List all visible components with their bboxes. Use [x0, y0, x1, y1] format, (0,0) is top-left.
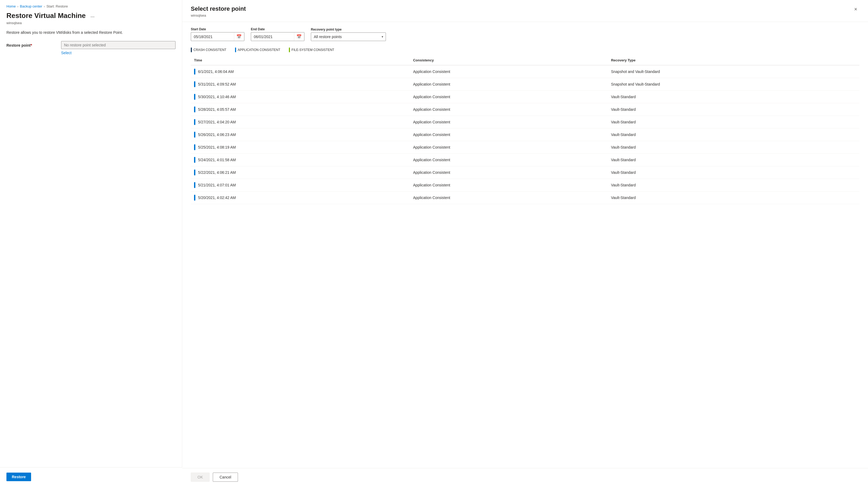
- required-indicator: *: [31, 43, 32, 48]
- cell-time: 5/30/2021, 4:10:46 AM: [191, 91, 410, 103]
- cell-time: 5/20/2021, 4:02:42 AM: [191, 192, 410, 204]
- cell-recovery-type: Vault-Standard: [608, 192, 860, 204]
- start-date-input[interactable]: [191, 33, 234, 40]
- table-header: Time Consistency Recovery Type: [191, 56, 860, 65]
- time-text: 5/22/2021, 4:06:21 AM: [198, 170, 236, 175]
- cell-recovery-type: Snapshot and Vault-Standard: [608, 65, 860, 78]
- col-recovery-type: Recovery Type: [608, 56, 860, 65]
- table-row[interactable]: 5/22/2021, 4:06:21 AMApplication Consist…: [191, 166, 860, 179]
- ok-button[interactable]: OK: [191, 473, 210, 482]
- cell-consistency: Application Consistent: [410, 166, 608, 179]
- end-date-input-wrap: 📅: [251, 32, 304, 41]
- breadcrumb-sep2: ›: [44, 5, 45, 8]
- row-indicator-bar: [194, 81, 195, 87]
- recovery-type-select-wrap: All restore points Crash Consistent Appl…: [311, 32, 386, 41]
- cell-recovery-type: Vault-Standard: [608, 128, 860, 141]
- recovery-type-filter: Recovery point type All restore points C…: [311, 28, 386, 41]
- cell-time: 5/27/2021, 4:04:20 AM: [191, 116, 410, 128]
- page-title-row: Restore Virtual Machine ...: [0, 10, 182, 20]
- breadcrumb: Home › Backup center › Start: Restore: [0, 0, 182, 10]
- start-date-input-wrap: 📅: [191, 32, 244, 41]
- row-indicator-bar: [194, 69, 195, 75]
- breadcrumb-current: Start: Restore: [46, 4, 68, 8]
- row-indicator-bar: [194, 182, 195, 188]
- col-consistency: Consistency: [410, 56, 608, 65]
- modal-title-group: Select restore point winsqlsea: [191, 5, 246, 18]
- bottom-bar: Restore: [0, 467, 182, 486]
- cell-consistency: Application Consistent: [410, 65, 608, 78]
- end-date-filter: End Date 📅: [251, 27, 304, 41]
- row-indicator-bar: [194, 195, 195, 201]
- cell-consistency: Application Consistent: [410, 128, 608, 141]
- select-link[interactable]: Select: [61, 51, 176, 55]
- start-date-label: Start Date: [191, 27, 244, 31]
- cell-recovery-type: Vault-Standard: [608, 154, 860, 166]
- cell-time: 5/25/2021, 4:08:19 AM: [191, 141, 410, 154]
- cell-recovery-type: Vault-Standard: [608, 103, 860, 116]
- page-title: Restore Virtual Machine: [6, 11, 86, 20]
- legend-app-consistent: APPLICATION CONSISTENT: [235, 48, 280, 52]
- cell-consistency: Application Consistent: [410, 103, 608, 116]
- modal-close-button[interactable]: ×: [852, 5, 860, 13]
- left-panel: Home › Backup center › Start: Restore Re…: [0, 0, 182, 486]
- table-row[interactable]: 6/1/2021, 4:06:04 AMApplication Consiste…: [191, 65, 860, 78]
- cancel-button[interactable]: Cancel: [213, 473, 238, 482]
- cell-consistency: Application Consistent: [410, 154, 608, 166]
- time-text: 5/31/2021, 4:09:52 AM: [198, 82, 236, 86]
- cell-time: 5/26/2021, 4:06:23 AM: [191, 128, 410, 141]
- time-text: 5/21/2021, 4:07:01 AM: [198, 183, 236, 187]
- legend-fs-consistent: FILE-SYSTEM CONSISTENT: [289, 48, 334, 52]
- cell-time: 5/21/2021, 4:07:01 AM: [191, 179, 410, 192]
- restore-points-table-wrap: Time Consistency Recovery Type 6/1/2021,…: [182, 56, 868, 468]
- time-text: 5/27/2021, 4:04:20 AM: [198, 120, 236, 124]
- modal-vm-subtitle: winsqlsea: [191, 13, 246, 18]
- breadcrumb-home[interactable]: Home: [6, 4, 16, 8]
- more-options-button[interactable]: ...: [89, 12, 96, 19]
- modal-filters: Start Date 📅 End Date 📅 Recovery point t…: [182, 22, 868, 47]
- table-row[interactable]: 5/21/2021, 4:07:01 AMApplication Consist…: [191, 179, 860, 192]
- row-indicator-bar: [194, 170, 195, 175]
- end-date-calendar-button[interactable]: 📅: [294, 32, 304, 41]
- table-row[interactable]: 5/31/2021, 4:09:52 AMApplication Consist…: [191, 78, 860, 91]
- cell-recovery-type: Vault-Standard: [608, 116, 860, 128]
- crash-consistent-label: CRASH CONSISTENT: [193, 48, 226, 52]
- start-date-calendar-button[interactable]: 📅: [234, 32, 244, 41]
- recovery-type-select[interactable]: All restore points Crash Consistent Appl…: [311, 32, 386, 41]
- restore-point-input[interactable]: [61, 41, 176, 49]
- cell-consistency: Application Consistent: [410, 179, 608, 192]
- table-body: 6/1/2021, 4:06:04 AMApplication Consiste…: [191, 65, 860, 204]
- table-row[interactable]: 5/27/2021, 4:04:20 AMApplication Consist…: [191, 116, 860, 128]
- table-row[interactable]: 5/26/2021, 4:06:23 AMApplication Consist…: [191, 128, 860, 141]
- col-time: Time: [191, 56, 410, 65]
- table-row[interactable]: 5/28/2021, 4:05:57 AMApplication Consist…: [191, 103, 860, 116]
- description-text: Restore allows you to restore VM/disks f…: [0, 30, 182, 41]
- row-indicator-bar: [194, 107, 195, 112]
- time-text: 5/26/2021, 4:06:23 AM: [198, 133, 236, 137]
- fs-consistent-label: FILE-SYSTEM CONSISTENT: [291, 48, 334, 52]
- restore-point-label: Restore point*: [6, 41, 55, 48]
- cell-time: 5/24/2021, 4:01:58 AM: [191, 154, 410, 166]
- cell-consistency: Application Consistent: [410, 141, 608, 154]
- restore-points-table: Time Consistency Recovery Type 6/1/2021,…: [191, 56, 860, 204]
- table-row[interactable]: 5/25/2021, 4:08:19 AMApplication Consist…: [191, 141, 860, 154]
- end-date-label: End Date: [251, 27, 304, 31]
- time-text: 6/1/2021, 4:06:04 AM: [198, 69, 234, 74]
- end-date-input[interactable]: [251, 33, 294, 40]
- cell-consistency: Application Consistent: [410, 78, 608, 91]
- table-row[interactable]: 5/20/2021, 4:02:42 AMApplication Consist…: [191, 192, 860, 204]
- time-text: 5/30/2021, 4:10:46 AM: [198, 95, 236, 99]
- row-indicator-bar: [194, 119, 195, 125]
- table-row[interactable]: 5/24/2021, 4:01:58 AMApplication Consist…: [191, 154, 860, 166]
- cell-consistency: Application Consistent: [410, 91, 608, 103]
- row-indicator-bar: [194, 157, 195, 163]
- cell-recovery-type: Vault-Standard: [608, 91, 860, 103]
- recovery-type-label: Recovery point type: [311, 28, 386, 31]
- cell-recovery-type: Snapshot and Vault-Standard: [608, 78, 860, 91]
- restore-button[interactable]: Restore: [6, 473, 31, 481]
- vm-name-subtitle: winsqlsea: [0, 20, 182, 30]
- breadcrumb-backup-center[interactable]: Backup center: [20, 4, 42, 8]
- cell-recovery-type: Vault-Standard: [608, 166, 860, 179]
- table-row[interactable]: 5/30/2021, 4:10:46 AMApplication Consist…: [191, 91, 860, 103]
- time-text: 5/20/2021, 4:02:42 AM: [198, 196, 236, 200]
- modal-footer: OK Cancel: [182, 468, 868, 486]
